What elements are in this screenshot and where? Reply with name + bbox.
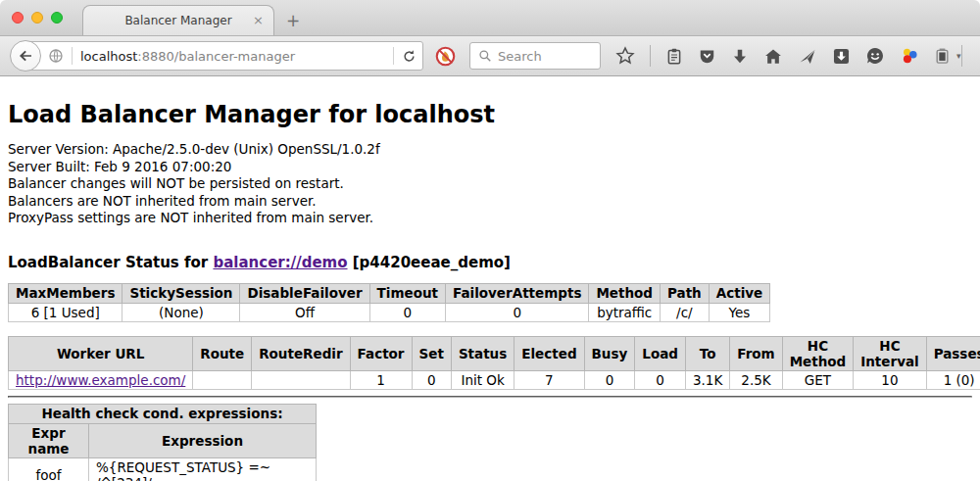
url-bar[interactable]: localhost:8880/balancer-manager [24, 41, 423, 71]
cell-maxmembers: 6 [1 Used] [9, 303, 122, 321]
battery-clipboard-icon[interactable] [934, 46, 951, 66]
col-expr-name: Expr name [9, 423, 89, 457]
table-header-row: MaxMembers StickySession DisableFailover… [9, 283, 770, 303]
col-to: To [685, 336, 729, 370]
balancer-settings-table: MaxMembers StickySession DisableFailover… [8, 283, 770, 322]
table-row: 6 [1 Used] (None) Off 0 0 bytraffic /c/ … [9, 303, 770, 321]
col-set: Set [412, 336, 451, 370]
search-input[interactable]: Search [469, 42, 601, 70]
title-bar: Balancer Manager × + [0, 0, 980, 36]
zoom-window-button[interactable] [51, 12, 63, 24]
search-placeholder: Search [498, 49, 542, 64]
col-passes: Passes [926, 336, 980, 370]
cell-timeout: 0 [369, 303, 445, 321]
cell-set: 0 [412, 370, 451, 389]
col-disablefailover: DisableFailover [240, 283, 369, 303]
new-tab-button[interactable]: + [286, 13, 300, 29]
page-title: Load Balancer Manager for localhost [8, 101, 972, 128]
cell-stickysession: (None) [122, 303, 240, 321]
globe-icon [48, 48, 64, 64]
persist-notice-line: Balancer changes will NOT be persisted o… [8, 175, 972, 193]
table-row: http://www.example.com/ 1 0 Init Ok 7 0 … [9, 370, 980, 389]
section-divider [8, 396, 972, 398]
toolbar-separator [961, 45, 962, 67]
col-method: Method [589, 283, 661, 303]
table-row: foof %{REQUEST_STATUS} =~ /^[234]/ [9, 457, 317, 481]
inherit-notice-line: Balancers are NOT inherited from main se… [8, 193, 972, 211]
cell-disablefailover: Off [240, 303, 369, 321]
pocket-icon[interactable] [698, 47, 716, 66]
cell-routeredir [252, 370, 350, 389]
urlbar-separator [393, 47, 394, 65]
cell-path: /c/ [661, 303, 710, 321]
reload-icon[interactable] [402, 49, 416, 64]
cell-expr-name: foof [9, 457, 89, 481]
proxypass-notice-line: ProxyPass settings are NOT inherited fro… [8, 210, 972, 227]
tab-title: Balancer Manager [124, 14, 231, 27]
col-active: Active [709, 283, 770, 303]
bookmark-star-icon[interactable] [615, 46, 635, 66]
back-button[interactable] [10, 40, 41, 72]
health-check-table: Health check cond. expressions: Expr nam… [8, 404, 317, 481]
page-content: Load Balancer Manager for localhost Serv… [0, 101, 980, 481]
status-heading-prefix: LoadBalancer Status for [8, 254, 213, 271]
server-built-line: Server Built: Feb 9 2016 07:00:20 [8, 159, 972, 176]
cell-expression: %{REQUEST_STATUS} =~ /^[234]/ [89, 457, 317, 481]
navigation-toolbar: localhost:8880/balancer-manager Search [0, 36, 980, 76]
loadbalancer-status-heading: LoadBalancer Status for balancer://demo … [8, 254, 972, 271]
close-window-button[interactable] [12, 12, 24, 24]
health-check-title: Health check cond. expressions: [9, 404, 317, 423]
window-controls [12, 12, 63, 24]
toolbar-separator [650, 45, 651, 67]
table-header-row: Worker URL Route RouteRedir Factor Set S… [9, 336, 980, 370]
col-worker-url: Worker URL [9, 336, 193, 370]
panel-download-icon[interactable] [832, 47, 851, 66]
cell-hc-method: GET [782, 370, 854, 389]
browser-tab[interactable]: Balancer Manager × [82, 5, 274, 35]
cell-route [193, 370, 252, 389]
worker-url-link[interactable]: http://www.example.com/ [16, 372, 185, 388]
col-elected: Elected [514, 336, 584, 370]
cell-status: Init Ok [451, 370, 514, 389]
col-failoverattempts: FailoverAttempts [446, 283, 589, 303]
back-arrow-icon [17, 47, 34, 65]
col-busy: Busy [584, 336, 635, 370]
col-stickysession: StickySession [122, 283, 240, 303]
clipboard-icon[interactable] [665, 47, 683, 66]
table-title-row: Health check cond. expressions: [9, 404, 317, 423]
col-factor: Factor [350, 336, 412, 370]
search-magnifier-icon [478, 49, 492, 63]
cell-hc-interval: 10 [854, 370, 926, 389]
col-hc-method: HC Method [782, 336, 854, 370]
cell-active: Yes [709, 303, 770, 321]
cell-elected: 7 [514, 370, 584, 389]
server-version-line: Server Version: Apache/2.5.0-dev (Unix) … [8, 141, 972, 159]
minimize-window-button[interactable] [31, 12, 43, 24]
tab-close-icon[interactable]: × [253, 13, 264, 27]
col-hc-interval: HC Interval [854, 336, 926, 370]
send-plane-icon[interactable] [798, 47, 817, 66]
cell-busy: 0 [584, 370, 635, 389]
smiley-chat-icon[interactable] [865, 46, 885, 66]
col-from: From [730, 336, 782, 370]
home-icon[interactable] [763, 47, 783, 66]
cell-load: 0 [635, 370, 686, 389]
cell-method: bytraffic [589, 303, 661, 321]
col-expression: Expression [89, 423, 317, 457]
col-path: Path [661, 283, 710, 303]
status-heading-suffix: [p4420eeae_demo] [348, 254, 511, 271]
cell-worker-url: http://www.example.com/ [9, 370, 193, 389]
cell-factor: 1 [350, 370, 412, 389]
plugin-blocked-icon[interactable] [435, 46, 456, 67]
urlbar-separator [72, 47, 73, 65]
url-host: localhost [80, 49, 137, 64]
cell-failoverattempts: 0 [446, 303, 589, 321]
col-status: Status [451, 336, 514, 370]
col-maxmembers: MaxMembers [9, 283, 122, 303]
balancer-demo-link[interactable]: balancer://demo [213, 254, 347, 271]
table-header-row: Expr name Expression [9, 423, 317, 457]
col-timeout: Timeout [369, 283, 445, 303]
cell-from: 2.5K [730, 370, 782, 389]
download-arrow-icon[interactable] [731, 47, 749, 66]
colored-dots-icon[interactable] [900, 46, 919, 66]
